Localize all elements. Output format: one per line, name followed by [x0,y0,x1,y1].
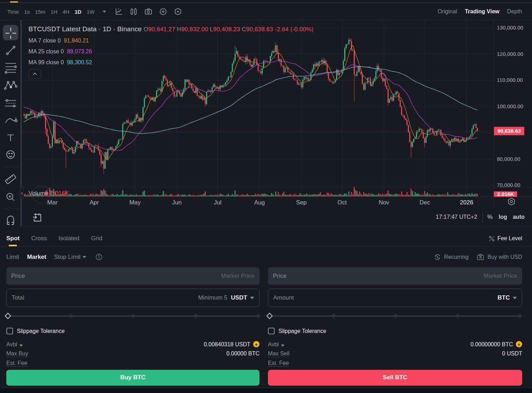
svg-text:Aug: Aug [254,199,265,206]
svg-text:120,000.00: 120,000.00 [497,51,523,57]
svg-text:Oct: Oct [338,199,347,206]
svg-text:2.016K: 2.016K [497,191,514,197]
svg-text:Mar: Mar [47,199,58,206]
svg-text:May: May [129,199,141,206]
svg-text:Dec: Dec [419,199,430,206]
svg-text:100,000.00: 100,000.00 [497,103,523,109]
svg-text:Jul: Jul [214,199,222,206]
svg-text:70,000.00: 70,000.00 [497,182,520,188]
svg-text:Jun: Jun [172,199,181,206]
svg-text:Apr: Apr [90,199,99,206]
svg-text:Volume 2.016K: Volume 2.016K [28,190,69,197]
svg-text:Sep: Sep [296,199,307,206]
svg-text:110,000.00: 110,000.00 [497,77,523,83]
svg-text:2026: 2026 [460,199,473,206]
svg-text:90,638.63: 90,638.63 [498,128,521,134]
svg-text:Nov: Nov [379,199,390,206]
svg-text:80,000.00: 80,000.00 [497,156,520,162]
svg-text:130,000.00: 130,000.00 [497,25,523,31]
